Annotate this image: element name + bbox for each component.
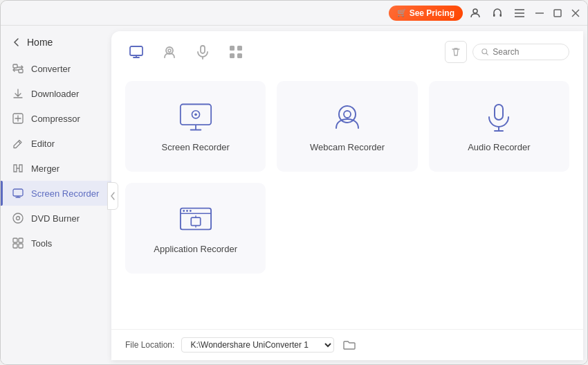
screen-recorder-card[interactable]: Screen Recorder: [125, 81, 266, 172]
webcam-tab-icon: [161, 44, 178, 60]
svg-point-21: [13, 213, 23, 223]
title-bar: 🛒 See Pricing: [1, 1, 588, 26]
screen-recorder-card-icon: [179, 100, 212, 134]
minimize-icon: [535, 12, 544, 14]
svg-rect-2: [500, 14, 502, 17]
svg-point-0: [473, 9, 477, 13]
dvd-burner-icon: [12, 212, 24, 224]
folder-icon: [343, 339, 356, 350]
tab-screen[interactable]: [125, 41, 147, 63]
user-button[interactable]: [466, 3, 485, 23]
webcam-recorder-card-icon: [331, 100, 364, 134]
svg-rect-37: [237, 53, 242, 58]
svg-point-44: [194, 113, 197, 116]
toolbar-tabs: [125, 41, 247, 63]
folder-open-button[interactable]: [341, 337, 358, 353]
compressor-icon: [12, 112, 24, 125]
headset-icon: [492, 8, 503, 19]
sidebar-item-label: DVD Burner: [31, 213, 80, 224]
sidebar-item-downloader[interactable]: Downloader: [1, 81, 111, 106]
svg-rect-1: [493, 14, 495, 17]
svg-point-22: [17, 217, 20, 220]
sidebar-item-compressor[interactable]: Compressor: [1, 106, 111, 131]
sidebar-item-dvd-burner[interactable]: DVD Burner: [1, 206, 111, 231]
application-recorder-card-label: Application Recorder: [154, 244, 237, 254]
svg-point-56: [186, 210, 188, 212]
tab-apps[interactable]: [225, 41, 247, 63]
content-area: Screen Recorder Webcam Recorder: [111, 31, 583, 360]
svg-rect-24: [19, 238, 23, 242]
webcam-recorder-card[interactable]: Webcam Recorder: [277, 81, 417, 172]
sidebar-item-converter[interactable]: Converter: [1, 56, 111, 81]
sidebar: Home Converter: [1, 26, 111, 365]
audio-tab-icon: [194, 44, 211, 60]
sidebar-item-label: Converter: [31, 64, 71, 74]
sidebar-item-screen-recorder[interactable]: Screen Recorder: [1, 181, 111, 206]
svg-rect-18: [13, 189, 23, 196]
minimize-button[interactable]: [532, 6, 547, 21]
sidebar-home-label: Home: [27, 37, 53, 48]
audio-recorder-card[interactable]: Audio Recorder: [429, 81, 569, 172]
cart-icon: 🛒: [397, 8, 407, 17]
svg-line-39: [486, 53, 488, 55]
svg-rect-10: [13, 64, 17, 68]
sidebar-item-tools[interactable]: Tools: [1, 231, 111, 256]
sidebar-item-label: Editor: [31, 139, 55, 149]
sidebar-item-label: Tools: [31, 238, 52, 249]
sidebar-collapse-button[interactable]: [107, 182, 118, 210]
svg-rect-26: [19, 244, 23, 248]
screen-recorder-card-label: Screen Recorder: [162, 142, 230, 152]
svg-rect-7: [554, 10, 561, 17]
svg-point-38: [482, 49, 487, 54]
content-toolbar: [111, 31, 583, 70]
close-button[interactable]: [568, 6, 583, 21]
svg-rect-23: [13, 238, 17, 242]
menu-icon: [514, 8, 525, 18]
chevron-left-icon: [110, 191, 116, 201]
see-pricing-label: See Pricing: [410, 8, 454, 18]
screen-tab-icon: [128, 44, 145, 60]
application-recorder-card-icon: [179, 202, 212, 235]
recorder-grid: Screen Recorder Webcam Recorder: [111, 70, 583, 329]
sidebar-item-label: Screen Recorder: [31, 188, 99, 199]
tools-icon: [12, 237, 24, 249]
svg-rect-25: [13, 244, 17, 248]
maximize-icon: [553, 9, 562, 17]
tab-audio[interactable]: [192, 41, 214, 63]
search-input[interactable]: [493, 47, 560, 57]
headset-button[interactable]: [488, 3, 507, 23]
tab-webcam[interactable]: [158, 41, 181, 63]
svg-point-57: [190, 210, 192, 212]
editor-icon: [12, 137, 24, 150]
svg-point-46: [344, 111, 351, 118]
svg-point-31: [168, 49, 171, 52]
see-pricing-button[interactable]: 🛒 See Pricing: [389, 6, 463, 21]
svg-point-55: [183, 210, 185, 212]
application-recorder-card[interactable]: Application Recorder: [125, 183, 266, 274]
sidebar-item-label: Downloader: [31, 89, 79, 99]
svg-rect-32: [201, 46, 205, 53]
converter-icon: [12, 62, 24, 75]
svg-rect-52: [191, 217, 200, 226]
search-icon: [481, 48, 488, 56]
svg-rect-36: [230, 53, 235, 58]
audio-recorder-card-icon: [482, 100, 515, 134]
trash-button[interactable]: [445, 41, 467, 63]
file-location-select[interactable]: K:\Wondershare UniConverter 1: [181, 337, 334, 353]
sidebar-item-editor[interactable]: Editor: [1, 131, 111, 156]
sidebar-item-home[interactable]: Home: [1, 31, 111, 53]
back-icon: [12, 37, 21, 47]
downloader-icon: [12, 87, 24, 100]
menu-button[interactable]: [510, 3, 529, 23]
footer-path: K:\Wondershare UniConverter 1: [181, 337, 334, 353]
svg-rect-34: [230, 46, 235, 51]
audio-recorder-card-label: Audio Recorder: [468, 142, 530, 152]
sidebar-item-label: Compressor: [31, 114, 80, 124]
search-box[interactable]: [472, 44, 569, 60]
sidebar-item-merger[interactable]: Merger: [1, 156, 111, 181]
merger-icon: [12, 162, 24, 175]
maximize-button[interactable]: [550, 6, 565, 21]
svg-rect-11: [19, 69, 23, 73]
sidebar-item-label: Merger: [31, 163, 59, 174]
svg-rect-27: [130, 46, 143, 55]
